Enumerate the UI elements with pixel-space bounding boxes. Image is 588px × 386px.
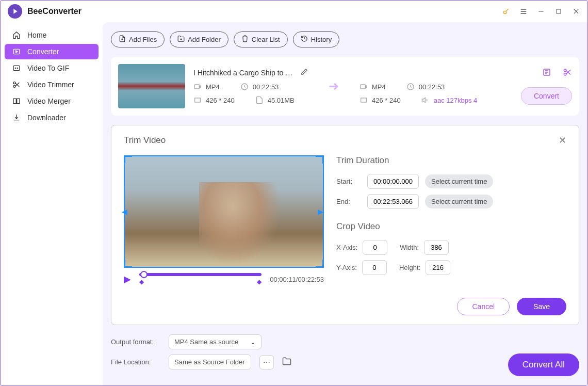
select-start-time-button[interactable]: Select current time: [425, 174, 493, 188]
y-input[interactable]: [362, 260, 387, 275]
minimize-icon[interactable]: [537, 7, 545, 15]
crop-handle-tr[interactable]: [316, 155, 324, 164]
start-label: Start:: [336, 178, 361, 185]
crop-handle-mr[interactable]: ▶: [318, 207, 326, 216]
trim-modal: Trim Video ✕ ◀ ▶ ▶: [111, 125, 579, 325]
trim-icon[interactable]: [563, 68, 572, 79]
size-icon: [255, 96, 264, 104]
height-input[interactable]: [426, 260, 450, 275]
svg-marker-31: [422, 98, 425, 102]
add-folder-icon: [177, 35, 185, 44]
sidebar-item-converter[interactable]: Converter: [5, 44, 99, 59]
sidebar-item-home[interactable]: Home: [5, 27, 99, 43]
target-audio[interactable]: aac 127kbps 4: [434, 96, 478, 104]
width-label: Width:: [400, 244, 419, 251]
cancel-button[interactable]: Cancel: [457, 298, 510, 315]
close-icon[interactable]: [572, 7, 580, 15]
app-title: BeeConverter: [27, 7, 81, 16]
convert-button[interactable]: Convert: [521, 87, 572, 105]
save-button[interactable]: Save: [517, 298, 566, 315]
svg-rect-30: [361, 98, 367, 102]
folder-icon[interactable]: [282, 357, 291, 367]
y-label: Y-Axis:: [336, 264, 357, 271]
svg-point-36: [564, 69, 566, 72]
promo-icon[interactable]: [502, 7, 510, 15]
crop-handle-tl[interactable]: [124, 155, 132, 164]
svg-line-38: [566, 71, 570, 75]
end-marker[interactable]: ◆: [257, 278, 262, 285]
modal-close-icon[interactable]: ✕: [559, 135, 566, 146]
start-input[interactable]: [367, 174, 419, 189]
timeline-slider[interactable]: ◆◆: [139, 273, 262, 285]
settings-icon[interactable]: [542, 68, 551, 79]
sidebar-item-video-to-gif[interactable]: Video To GIF: [5, 60, 99, 76]
target-resolution: 426 * 240: [372, 96, 401, 104]
target-format: MP4: [372, 83, 386, 91]
crop-handle-bl[interactable]: [124, 260, 132, 268]
player-time: 00:00:11/00:22:53: [270, 276, 324, 283]
clear-list-button[interactable]: Clear List: [234, 31, 288, 47]
svg-rect-17: [13, 99, 16, 103]
add-files-icon: [119, 35, 126, 44]
svg-point-37: [564, 73, 566, 76]
svg-rect-26: [195, 98, 201, 102]
end-input[interactable]: [367, 194, 419, 209]
sidebar-item-merger[interactable]: Video Merger: [5, 93, 99, 109]
output-format-label: Output format:: [111, 338, 160, 346]
app-logo: [8, 4, 22, 19]
start-marker[interactable]: ◆: [139, 278, 144, 285]
x-label: X-Axis:: [336, 244, 357, 251]
sidebar: Home Converter Video To GIF Video Trimme…: [1, 22, 103, 385]
svg-line-16: [15, 83, 19, 86]
svg-line-15: [15, 83, 19, 87]
chevron-down-icon: ⌄: [250, 338, 256, 346]
history-button[interactable]: History: [293, 31, 339, 47]
video-thumbnail: [118, 64, 185, 108]
x-input[interactable]: [363, 240, 387, 255]
audio-icon: [421, 96, 430, 104]
sidebar-item-label: Downloader: [27, 114, 66, 122]
resolution-icon: [360, 96, 368, 104]
select-end-time-button[interactable]: Select current time: [425, 195, 493, 208]
add-folder-button[interactable]: Add Folder: [170, 31, 228, 47]
toolbar: Add Files Add Folder Clear List History: [111, 31, 579, 47]
video-icon: [360, 83, 368, 91]
height-label: Height:: [399, 264, 420, 271]
file-location-label: File Location:: [111, 358, 160, 366]
video-icon: [193, 83, 202, 91]
file-location-select[interactable]: Same as Source Folder: [169, 355, 251, 369]
preview-panel: ◀ ▶ ▶ ◆◆ 00:00:11/00:22:53: [124, 155, 324, 285]
crop-heading: Crop Video: [336, 221, 566, 232]
window-controls: [502, 7, 580, 15]
video-preview[interactable]: ◀ ▶: [124, 155, 324, 268]
source-format: MP4: [206, 83, 220, 91]
sidebar-item-label: Video Merger: [27, 97, 71, 105]
sidebar-item-trimmer[interactable]: Video Trimmer: [5, 77, 99, 92]
trash-icon: [241, 35, 249, 44]
width-input[interactable]: [424, 240, 449, 255]
svg-line-39: [566, 70, 570, 74]
svg-rect-23: [194, 85, 199, 89]
crop-handle-br[interactable]: [316, 260, 324, 268]
add-files-button[interactable]: Add Files: [111, 31, 165, 47]
file-title: I Hitchhiked a Cargo Ship to Wh...: [193, 69, 297, 77]
source-resolution: 426 * 240: [206, 96, 235, 104]
output-format-row: Output format: MP4 Same as source ⌄: [111, 334, 579, 349]
menu-icon[interactable]: [519, 7, 528, 15]
target-duration: 00:22:53: [419, 83, 445, 91]
home-icon: [12, 30, 21, 40]
convert-all-button[interactable]: Convert All: [508, 353, 579, 376]
crop-handle-ml[interactable]: ◀: [122, 207, 130, 216]
sidebar-item-downloader[interactable]: Downloader: [5, 110, 99, 125]
gif-icon: [12, 63, 21, 73]
end-label: End:: [336, 198, 361, 205]
clock-icon: [240, 83, 249, 91]
edit-icon[interactable]: [301, 68, 308, 77]
play-icon[interactable]: ▶: [124, 274, 131, 285]
maximize-icon[interactable]: [554, 7, 563, 15]
titlebar-left: BeeConverter: [8, 4, 81, 19]
more-button[interactable]: ⋯: [259, 355, 274, 369]
output-format-select[interactable]: MP4 Same as source ⌄: [169, 334, 262, 349]
file-card: I Hitchhiked a Cargo Ship to Wh... MP4 0…: [111, 57, 579, 116]
svg-marker-9: [16, 51, 18, 53]
